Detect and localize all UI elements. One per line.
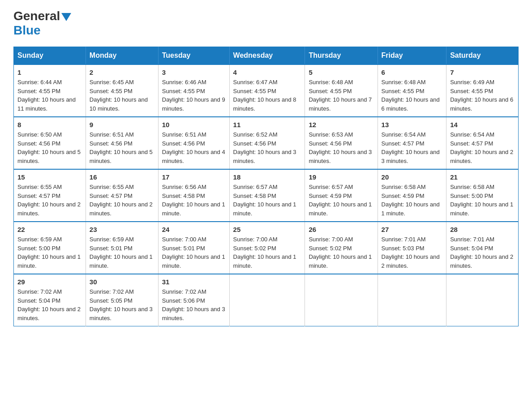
sunset-label: Sunset: 5:04 PM xyxy=(450,245,493,252)
sunrise-label: Sunrise: 6:54 AM xyxy=(450,131,494,138)
day-info: Sunrise: 6:44 AM Sunset: 4:55 PM Dayligh… xyxy=(17,78,82,113)
day-info: Sunrise: 6:54 AM Sunset: 4:57 PM Dayligh… xyxy=(450,130,515,165)
day-number: 7 xyxy=(450,68,515,76)
day-info: Sunrise: 6:51 AM Sunset: 4:56 PM Dayligh… xyxy=(162,130,226,165)
sunrise-label: Sunrise: 6:59 AM xyxy=(17,236,62,243)
daylight-label: Daylight: 10 hours and 8 minutes. xyxy=(233,96,296,112)
sunset-label: Sunset: 4:55 PM xyxy=(382,88,425,94)
weekday-header-thursday: Thursday xyxy=(305,47,378,65)
logo-triangle-icon xyxy=(61,13,71,21)
sunset-label: Sunset: 4:57 PM xyxy=(382,140,425,147)
weekday-header-saturday: Saturday xyxy=(446,47,519,65)
day-number: 23 xyxy=(90,226,154,233)
day-info: Sunrise: 7:00 AM Sunset: 5:01 PM Dayligh… xyxy=(162,235,226,270)
day-number: 18 xyxy=(233,173,301,181)
daylight-label: Daylight: 10 hours and 1 minute. xyxy=(233,253,296,269)
daylight-label: Daylight: 10 hours and 3 minutes. xyxy=(162,306,225,321)
week-row-2: 8 Sunrise: 6:50 AM Sunset: 4:56 PM Dayli… xyxy=(14,117,519,169)
calendar-header-row: SundayMondayTuesdayWednesdayThursdayFrid… xyxy=(14,47,519,65)
sunset-label: Sunset: 4:57 PM xyxy=(450,140,493,147)
sunset-label: Sunset: 5:03 PM xyxy=(382,245,425,252)
sunrise-label: Sunrise: 6:48 AM xyxy=(382,79,426,86)
day-number: 14 xyxy=(450,121,515,128)
sunset-label: Sunset: 4:55 PM xyxy=(450,88,493,94)
daylight-label: Daylight: 10 hours and 1 minute. xyxy=(309,253,372,269)
sunrise-label: Sunrise: 6:45 AM xyxy=(90,79,134,86)
day-info: Sunrise: 7:01 AM Sunset: 5:04 PM Dayligh… xyxy=(450,235,515,270)
sunrise-label: Sunrise: 7:00 AM xyxy=(309,236,353,243)
sunrise-label: Sunrise: 6:55 AM xyxy=(90,184,134,190)
day-cell: 4 Sunrise: 6:47 AM Sunset: 4:55 PM Dayli… xyxy=(229,64,305,117)
day-info: Sunrise: 6:59 AM Sunset: 5:01 PM Dayligh… xyxy=(90,235,154,270)
sunrise-label: Sunrise: 7:01 AM xyxy=(450,236,494,243)
day-cell: 30 Sunrise: 7:02 AM Sunset: 5:05 PM Dayl… xyxy=(86,274,158,326)
sunset-label: Sunset: 4:58 PM xyxy=(162,193,205,199)
day-cell: 12 Sunrise: 6:53 AM Sunset: 4:56 PM Dayl… xyxy=(305,117,378,169)
daylight-label: Daylight: 10 hours and 9 minutes. xyxy=(162,96,225,112)
week-row-4: 22 Sunrise: 6:59 AM Sunset: 5:00 PM Dayl… xyxy=(14,222,519,274)
day-number: 10 xyxy=(162,121,226,128)
day-info: Sunrise: 7:00 AM Sunset: 5:02 PM Dayligh… xyxy=(309,235,373,270)
sunset-label: Sunset: 5:05 PM xyxy=(90,297,133,304)
sunrise-label: Sunrise: 6:58 AM xyxy=(382,184,426,190)
daylight-label: Daylight: 10 hours and 1 minute. xyxy=(382,201,440,217)
sunrise-label: Sunrise: 6:44 AM xyxy=(17,79,62,86)
day-info: Sunrise: 6:58 AM Sunset: 4:59 PM Dayligh… xyxy=(382,183,443,218)
daylight-label: Daylight: 10 hours and 1 minute. xyxy=(309,201,372,217)
week-row-5: 29 Sunrise: 7:02 AM Sunset: 5:04 PM Dayl… xyxy=(14,274,519,326)
sunrise-label: Sunrise: 6:51 AM xyxy=(90,131,134,138)
day-cell: 7 Sunrise: 6:49 AM Sunset: 4:55 PM Dayli… xyxy=(446,64,519,117)
day-number: 6 xyxy=(382,68,443,76)
sunrise-label: Sunrise: 6:52 AM xyxy=(233,131,278,138)
daylight-label: Daylight: 10 hours and 2 minutes. xyxy=(450,149,513,164)
daylight-label: Daylight: 10 hours and 10 minutes. xyxy=(90,96,148,112)
daylight-label: Daylight: 10 hours and 1 minute. xyxy=(90,253,153,269)
weekday-header-wednesday: Wednesday xyxy=(229,47,305,65)
daylight-label: Daylight: 10 hours and 6 minutes. xyxy=(382,96,440,112)
sunset-label: Sunset: 4:55 PM xyxy=(162,88,205,94)
day-number: 9 xyxy=(90,121,154,128)
daylight-label: Daylight: 10 hours and 2 minutes. xyxy=(17,201,81,217)
day-number: 11 xyxy=(233,121,301,128)
daylight-label: Daylight: 10 hours and 3 minutes. xyxy=(90,306,153,321)
day-number: 12 xyxy=(309,121,373,128)
day-cell: 27 Sunrise: 7:01 AM Sunset: 5:03 PM Dayl… xyxy=(378,222,446,274)
day-cell: 3 Sunrise: 6:46 AM Sunset: 4:55 PM Dayli… xyxy=(158,64,229,117)
day-cell: 13 Sunrise: 6:54 AM Sunset: 4:57 PM Dayl… xyxy=(378,117,446,169)
day-cell: 16 Sunrise: 6:55 AM Sunset: 4:57 PM Dayl… xyxy=(86,169,158,222)
sunset-label: Sunset: 4:59 PM xyxy=(309,193,352,199)
day-cell: 11 Sunrise: 6:52 AM Sunset: 4:56 PM Dayl… xyxy=(229,117,305,169)
day-info: Sunrise: 6:48 AM Sunset: 4:55 PM Dayligh… xyxy=(382,78,443,113)
sunrise-label: Sunrise: 6:56 AM xyxy=(162,184,206,190)
day-info: Sunrise: 6:53 AM Sunset: 4:56 PM Dayligh… xyxy=(309,130,373,165)
day-info: Sunrise: 7:00 AM Sunset: 5:02 PM Dayligh… xyxy=(233,235,301,270)
day-info: Sunrise: 6:49 AM Sunset: 4:55 PM Dayligh… xyxy=(450,78,515,113)
sunrise-label: Sunrise: 7:00 AM xyxy=(233,236,278,243)
sunset-label: Sunset: 4:57 PM xyxy=(17,193,60,199)
sunrise-label: Sunrise: 6:57 AM xyxy=(233,184,278,190)
sunrise-label: Sunrise: 6:50 AM xyxy=(17,131,62,138)
day-cell: 8 Sunrise: 6:50 AM Sunset: 4:56 PM Dayli… xyxy=(14,117,86,169)
weekday-header-monday: Monday xyxy=(86,47,158,65)
day-cell: 6 Sunrise: 6:48 AM Sunset: 4:55 PM Dayli… xyxy=(378,64,446,117)
day-cell: 5 Sunrise: 6:48 AM Sunset: 4:55 PM Dayli… xyxy=(305,64,378,117)
day-info: Sunrise: 6:48 AM Sunset: 4:55 PM Dayligh… xyxy=(309,78,373,113)
day-info: Sunrise: 6:56 AM Sunset: 4:58 PM Dayligh… xyxy=(162,183,226,218)
day-number: 4 xyxy=(233,68,301,76)
weekday-header-friday: Friday xyxy=(378,47,446,65)
sunset-label: Sunset: 5:00 PM xyxy=(17,245,60,252)
sunrise-label: Sunrise: 6:46 AM xyxy=(162,79,206,86)
sunset-label: Sunset: 4:55 PM xyxy=(309,88,352,94)
daylight-label: Daylight: 10 hours and 2 minutes. xyxy=(90,201,153,217)
sunset-label: Sunset: 4:55 PM xyxy=(90,88,133,94)
day-info: Sunrise: 6:57 AM Sunset: 4:59 PM Dayligh… xyxy=(309,183,373,218)
day-cell: 2 Sunrise: 6:45 AM Sunset: 4:55 PM Dayli… xyxy=(86,64,158,117)
day-number: 21 xyxy=(450,173,515,181)
day-cell: 19 Sunrise: 6:57 AM Sunset: 4:59 PM Dayl… xyxy=(305,169,378,222)
daylight-label: Daylight: 10 hours and 7 minutes. xyxy=(309,96,372,112)
day-cell xyxy=(229,274,305,326)
sunrise-label: Sunrise: 6:48 AM xyxy=(309,79,353,86)
sunset-label: Sunset: 4:58 PM xyxy=(233,193,276,199)
daylight-label: Daylight: 10 hours and 1 minute. xyxy=(162,253,225,269)
day-info: Sunrise: 7:02 AM Sunset: 5:06 PM Dayligh… xyxy=(162,287,226,322)
